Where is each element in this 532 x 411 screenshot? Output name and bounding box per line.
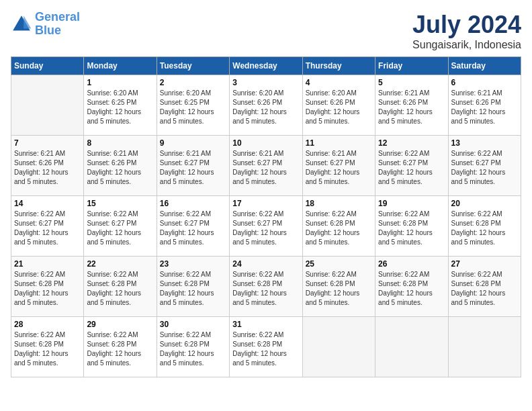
calendar-day-cell: 2Sunrise: 6:20 AM Sunset: 6:25 PM Daylig… (157, 75, 229, 136)
day-number: 10 (232, 138, 299, 148)
weekday-header-cell: Saturday (448, 57, 521, 75)
calendar-day-cell: 15Sunrise: 6:22 AM Sunset: 6:27 PM Dayli… (84, 196, 157, 257)
day-number: 28 (14, 320, 81, 329)
day-info: Sunrise: 6:20 AM Sunset: 6:26 PM Dayligh… (232, 89, 299, 126)
day-info: Sunrise: 6:21 AM Sunset: 6:27 PM Dayligh… (160, 149, 226, 187)
day-number: 30 (160, 320, 226, 329)
calendar-day-cell: 19Sunrise: 6:22 AM Sunset: 6:28 PM Dayli… (375, 196, 448, 257)
location-title: Sungaisarik, Indonesia (412, 39, 521, 51)
calendar-week-row: 1Sunrise: 6:20 AM Sunset: 6:25 PM Daylig… (11, 75, 521, 136)
day-number: 31 (232, 320, 299, 329)
calendar-day-cell: 4Sunrise: 6:20 AM Sunset: 6:26 PM Daylig… (302, 75, 375, 136)
calendar-day-cell (302, 317, 375, 377)
calendar-day-cell: 21Sunrise: 6:22 AM Sunset: 6:28 PM Dayli… (11, 257, 84, 317)
day-number: 15 (87, 199, 153, 208)
day-number: 17 (232, 199, 299, 208)
calendar-week-row: 7Sunrise: 6:21 AM Sunset: 6:26 PM Daylig… (11, 136, 521, 196)
logo-icon (11, 13, 32, 35)
day-number: 25 (306, 259, 372, 269)
day-number: 29 (87, 320, 153, 329)
weekday-header-cell: Wednesday (230, 57, 302, 75)
calendar-day-cell: 27Sunrise: 6:22 AM Sunset: 6:28 PM Dayli… (448, 257, 521, 317)
day-info: Sunrise: 6:22 AM Sunset: 6:28 PM Dayligh… (451, 210, 518, 247)
day-info: Sunrise: 6:22 AM Sunset: 6:27 PM Dayligh… (160, 210, 226, 247)
calendar-day-cell: 25Sunrise: 6:22 AM Sunset: 6:28 PM Dayli… (302, 257, 375, 317)
svg-marker-1 (24, 15, 31, 28)
day-number: 23 (160, 259, 226, 269)
day-number: 2 (160, 78, 226, 87)
calendar-day-cell: 20Sunrise: 6:22 AM Sunset: 6:28 PM Dayli… (448, 196, 521, 257)
day-number: 5 (378, 78, 445, 87)
day-number: 19 (378, 199, 445, 208)
weekday-header-row: SundayMondayTuesdayWednesdayThursdayFrid… (11, 57, 521, 75)
day-number: 1 (87, 78, 153, 87)
day-info: Sunrise: 6:22 AM Sunset: 6:28 PM Dayligh… (160, 270, 226, 308)
calendar-day-cell: 6Sunrise: 6:21 AM Sunset: 6:26 PM Daylig… (448, 75, 521, 136)
day-info: Sunrise: 6:21 AM Sunset: 6:26 PM Dayligh… (451, 89, 518, 126)
day-number: 16 (160, 199, 226, 208)
day-number: 7 (14, 138, 81, 148)
calendar-day-cell: 5Sunrise: 6:21 AM Sunset: 6:26 PM Daylig… (375, 75, 448, 136)
calendar-day-cell: 24Sunrise: 6:22 AM Sunset: 6:28 PM Dayli… (230, 257, 302, 317)
month-title: July 2024 (412, 11, 521, 39)
calendar-day-cell: 11Sunrise: 6:21 AM Sunset: 6:27 PM Dayli… (302, 136, 375, 196)
weekday-header-cell: Thursday (302, 57, 375, 75)
calendar-day-cell: 14Sunrise: 6:22 AM Sunset: 6:27 PM Dayli… (11, 196, 84, 257)
page-header: General Blue July 2024 Sungaisarik, Indo… (11, 11, 521, 51)
day-number: 26 (378, 259, 445, 269)
day-info: Sunrise: 6:22 AM Sunset: 6:28 PM Dayligh… (160, 330, 226, 368)
calendar-day-cell: 3Sunrise: 6:20 AM Sunset: 6:26 PM Daylig… (230, 75, 302, 136)
weekday-header-cell: Friday (375, 57, 448, 75)
day-info: Sunrise: 6:20 AM Sunset: 6:25 PM Dayligh… (87, 89, 153, 126)
calendar-week-row: 14Sunrise: 6:22 AM Sunset: 6:27 PM Dayli… (11, 196, 521, 257)
day-number: 8 (87, 138, 153, 148)
calendar-week-row: 21Sunrise: 6:22 AM Sunset: 6:28 PM Dayli… (11, 257, 521, 317)
day-info: Sunrise: 6:22 AM Sunset: 6:28 PM Dayligh… (14, 330, 81, 368)
day-info: Sunrise: 6:22 AM Sunset: 6:28 PM Dayligh… (232, 330, 299, 368)
calendar-day-cell: 26Sunrise: 6:22 AM Sunset: 6:28 PM Dayli… (375, 257, 448, 317)
logo-text: General Blue (35, 11, 80, 38)
day-number: 20 (451, 199, 518, 208)
day-number: 27 (451, 259, 518, 269)
day-number: 12 (378, 138, 445, 148)
calendar-day-cell: 9Sunrise: 6:21 AM Sunset: 6:27 PM Daylig… (157, 136, 229, 196)
calendar-day-cell: 23Sunrise: 6:22 AM Sunset: 6:28 PM Dayli… (157, 257, 229, 317)
calendar-day-cell: 7Sunrise: 6:21 AM Sunset: 6:26 PM Daylig… (11, 136, 84, 196)
weekday-header-cell: Monday (84, 57, 157, 75)
day-number: 9 (160, 138, 226, 148)
calendar-day-cell: 16Sunrise: 6:22 AM Sunset: 6:27 PM Dayli… (157, 196, 229, 257)
day-info: Sunrise: 6:22 AM Sunset: 6:27 PM Dayligh… (87, 210, 153, 247)
calendar-day-cell: 10Sunrise: 6:21 AM Sunset: 6:27 PM Dayli… (230, 136, 302, 196)
day-number: 22 (87, 259, 153, 269)
day-info: Sunrise: 6:20 AM Sunset: 6:25 PM Dayligh… (160, 89, 226, 126)
day-info: Sunrise: 6:21 AM Sunset: 6:27 PM Dayligh… (306, 149, 372, 187)
day-number: 13 (451, 138, 518, 148)
calendar-day-cell (448, 317, 521, 377)
day-info: Sunrise: 6:20 AM Sunset: 6:26 PM Dayligh… (306, 89, 372, 126)
calendar-day-cell (11, 75, 84, 136)
day-info: Sunrise: 6:22 AM Sunset: 6:28 PM Dayligh… (306, 210, 372, 247)
day-number: 11 (306, 138, 372, 148)
day-info: Sunrise: 6:22 AM Sunset: 6:28 PM Dayligh… (87, 330, 153, 368)
day-info: Sunrise: 6:22 AM Sunset: 6:27 PM Dayligh… (451, 149, 518, 187)
weekday-header-cell: Tuesday (157, 57, 229, 75)
calendar-day-cell: 12Sunrise: 6:22 AM Sunset: 6:27 PM Dayli… (375, 136, 448, 196)
calendar-week-row: 28Sunrise: 6:22 AM Sunset: 6:28 PM Dayli… (11, 317, 521, 377)
calendar-day-cell: 18Sunrise: 6:22 AM Sunset: 6:28 PM Dayli… (302, 196, 375, 257)
day-number: 3 (232, 78, 299, 87)
day-info: Sunrise: 6:22 AM Sunset: 6:27 PM Dayligh… (232, 210, 299, 247)
day-info: Sunrise: 6:22 AM Sunset: 6:28 PM Dayligh… (451, 270, 518, 308)
day-info: Sunrise: 6:21 AM Sunset: 6:26 PM Dayligh… (14, 149, 81, 187)
day-number: 4 (306, 78, 372, 87)
day-number: 18 (306, 199, 372, 208)
day-info: Sunrise: 6:22 AM Sunset: 6:27 PM Dayligh… (14, 210, 81, 247)
day-number: 21 (14, 259, 81, 269)
day-info: Sunrise: 6:21 AM Sunset: 6:27 PM Dayligh… (232, 149, 299, 187)
calendar-day-cell (375, 317, 448, 377)
calendar-day-cell: 28Sunrise: 6:22 AM Sunset: 6:28 PM Dayli… (11, 317, 84, 377)
calendar-day-cell: 8Sunrise: 6:21 AM Sunset: 6:26 PM Daylig… (84, 136, 157, 196)
calendar-day-cell: 1Sunrise: 6:20 AM Sunset: 6:25 PM Daylig… (84, 75, 157, 136)
day-info: Sunrise: 6:22 AM Sunset: 6:28 PM Dayligh… (378, 270, 445, 308)
calendar-day-cell: 31Sunrise: 6:22 AM Sunset: 6:28 PM Dayli… (230, 317, 302, 377)
calendar-day-cell: 29Sunrise: 6:22 AM Sunset: 6:28 PM Dayli… (84, 317, 157, 377)
